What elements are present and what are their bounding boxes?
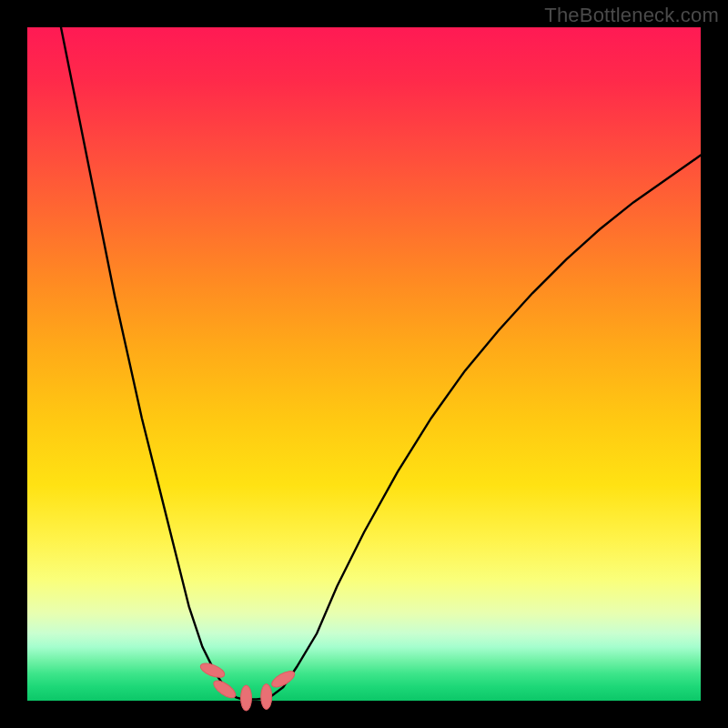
curve-marker: [211, 677, 238, 701]
curve-marker: [261, 684, 272, 710]
watermark-text: TheBottleneck.com: [544, 4, 719, 27]
marker-layer: [198, 661, 297, 711]
curve-marker: [241, 685, 252, 711]
curve-svg: [27, 27, 701, 701]
bottleneck-curve: [61, 27, 701, 700]
curve-marker: [198, 661, 226, 681]
plot-area: [27, 27, 701, 701]
